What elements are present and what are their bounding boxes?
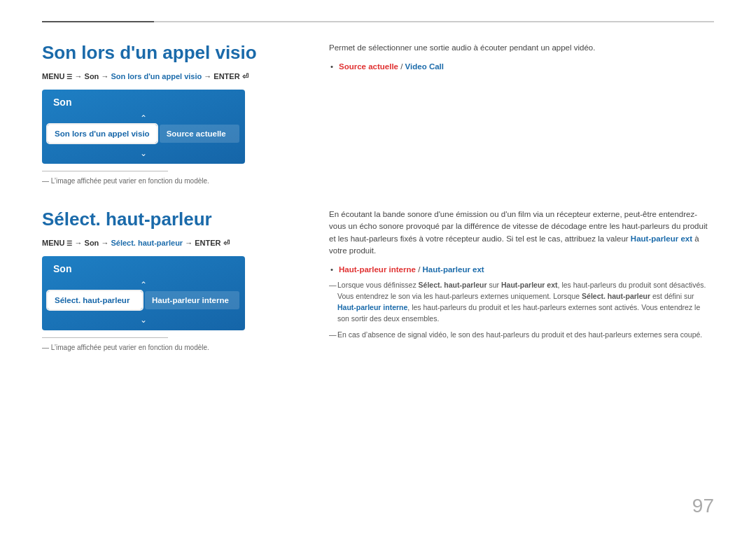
section1-menu-item1: Son lors d'un appel visio bbox=[48, 125, 157, 143]
section2-note1-bold3: Sélect. haut-parleur bbox=[582, 292, 650, 300]
section2-arrow-down: ⌄ bbox=[42, 312, 245, 330]
section2-right-desc: En écoutant la bande sonore d'une émissi… bbox=[329, 209, 714, 257]
section2-menu-header: Son bbox=[42, 256, 245, 279]
page: Son lors d'un appel visio MENU ☰ → Son →… bbox=[0, 0, 756, 534]
section2-bullet-list: Haut-parleur interne / Haut-parleur ext bbox=[329, 264, 714, 276]
section1-menu-item2: Source actuelle bbox=[160, 125, 239, 143]
section2-note-dash: — bbox=[42, 344, 51, 351]
section1-divider bbox=[42, 171, 168, 171]
section2-menu-box: Son ⌃ Sélect. haut-parleur Haut-parleur … bbox=[42, 256, 245, 330]
section1-menu-box: Son ⌃ Son lors d'un appel visio Source a… bbox=[42, 90, 245, 164]
section1-right-desc: Permet de sélectionner une sortie audio … bbox=[329, 42, 714, 54]
section2: Sélect. haut-parleur MENU ☰ → Son → Séle… bbox=[42, 209, 714, 351]
section2-note: — L’image affichée peut varier en foncti… bbox=[42, 344, 301, 351]
section2-info-note1: Lorsque vous définissez Sélect. haut-par… bbox=[329, 280, 714, 324]
section1-bullet-blue: Video Call bbox=[405, 62, 444, 71]
section1-bullet-red: Source actuelle bbox=[339, 62, 398, 71]
section2-bullet-red: Haut-parleur interne bbox=[339, 265, 416, 274]
section2-bold-ext: Haut-parleur ext bbox=[631, 234, 692, 243]
section1-arrow-up: ⌃ bbox=[42, 112, 245, 125]
section2-note1-bold4: Haut-parleur interne bbox=[337, 303, 407, 311]
section1-menu-row: Son lors d'un appel visio Source actuell… bbox=[48, 125, 239, 143]
page-number: 97 bbox=[692, 495, 714, 517]
section1-note-dash: — bbox=[42, 177, 51, 185]
section2-sub-note2: En cas d’absence de signal vidéo, le son… bbox=[329, 330, 714, 341]
section2-divider bbox=[42, 337, 168, 338]
section2-menu-row: Sélect. haut-parleur Haut-parleur intern… bbox=[48, 291, 239, 309]
section2-note1-bold2: Haut-parleur ext bbox=[501, 281, 558, 289]
section1-menu-path: MENU ☰ → Son → Son lors d'un appel visio… bbox=[42, 72, 301, 81]
section2-bullet-blue: Haut-parleur ext bbox=[423, 265, 484, 274]
top-border-accent bbox=[42, 21, 154, 22]
section1-left: Son lors d'un appel visio MENU ☰ → Son →… bbox=[42, 42, 301, 185]
section1-bullet-list: Source actuelle / Video Call bbox=[329, 61, 714, 73]
section1-right: Permet de sélectionner une sortie audio … bbox=[329, 42, 714, 185]
section1-menu-header: Son bbox=[42, 90, 245, 112]
section2-menu-item1: Sélect. haut-parleur bbox=[48, 291, 142, 309]
section2-menu-path: MENU ☰ → Son → Sélect. haut-parleur → EN… bbox=[42, 239, 301, 248]
section2-bullet-item: Haut-parleur interne / Haut-parleur ext bbox=[329, 264, 714, 276]
section2-menu-item2: Haut-parleur interne bbox=[145, 291, 239, 309]
section1-title: Son lors d'un appel visio bbox=[42, 42, 301, 64]
section2-note1-bold1: Sélect. haut-parleur bbox=[419, 281, 487, 289]
section2-arrow-up: ⌃ bbox=[42, 279, 245, 291]
section1-bullet-item: Source actuelle / Video Call bbox=[329, 61, 714, 73]
section2-title: Sélect. haut-parleur bbox=[42, 209, 301, 230]
section2-left: Sélect. haut-parleur MENU ☰ → Son → Séle… bbox=[42, 209, 301, 351]
section2-right: En écoutant la bande sonore d'une émissi… bbox=[329, 209, 714, 351]
section1-arrow-down: ⌄ bbox=[42, 146, 245, 164]
section1-note: — L’image affichée peut varier en foncti… bbox=[42, 177, 301, 185]
